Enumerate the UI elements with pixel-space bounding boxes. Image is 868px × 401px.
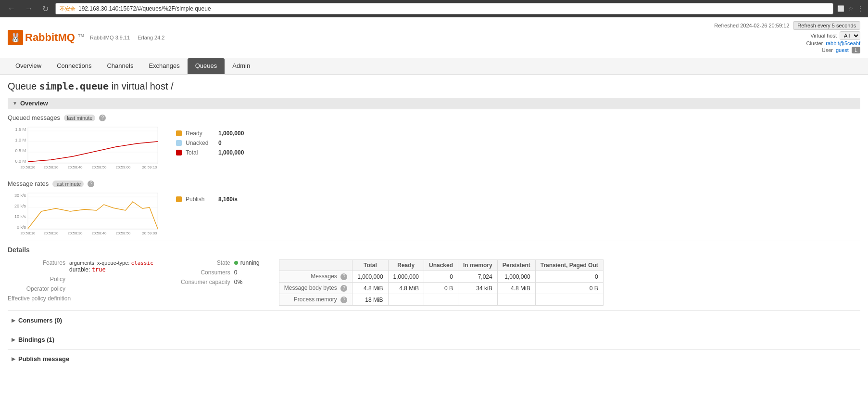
messages-total: 1,000,000	[352, 271, 388, 283]
consumers-arrow: ▶	[12, 318, 15, 323]
messages-unacked: 0	[424, 271, 458, 283]
address-bar[interactable]: 不安全 192.168.30.140:15672/#/queues/%2F/si…	[55, 3, 833, 14]
process-memory-row-label: Process memory ?	[279, 294, 352, 306]
process-memory-help-icon[interactable]: ?	[340, 297, 347, 303]
publish-message-section: ▶ Publish message	[8, 349, 860, 368]
menu-icon[interactable]: ⋮	[857, 5, 863, 12]
publish-message-section-header[interactable]: ▶ Publish message	[8, 353, 860, 364]
consumer-capacity-value: 0%	[234, 279, 242, 285]
total-legend-label: Total	[186, 149, 214, 156]
logo-tm: TM	[78, 33, 84, 38]
queued-messages-help-icon[interactable]: ?	[99, 115, 106, 121]
messages-row-label: Messages ?	[279, 271, 352, 283]
queued-messages-title: Queued messages	[8, 114, 60, 121]
cast-icon: ⬜	[837, 5, 844, 12]
message-rates-help-icon[interactable]: ?	[88, 181, 94, 187]
star-icon[interactable]: ☆	[848, 5, 854, 12]
browser-icons: ⬜ ☆ ⋮	[837, 5, 863, 12]
svg-text:1.0 M: 1.0 M	[15, 138, 26, 142]
virtual-host-select[interactable]: All	[840, 31, 860, 40]
body-bytes-row-label: Message body bytes ?	[279, 283, 352, 294]
page-content: Queue simple.queue in virtual host / ▼ O…	[0, 75, 868, 401]
consumers-section-label: Consumers (0)	[18, 317, 62, 324]
messages-table: Total Ready Unacked In memory Persistent…	[279, 259, 604, 306]
logo-text: RabbitMQ TM	[25, 31, 84, 44]
cluster-link[interactable]: rabbit@5ceabf	[826, 40, 860, 46]
bindings-section-label: Bindings (1)	[18, 336, 54, 343]
details-middle: State running Consumers 0 Consumer capac…	[173, 259, 260, 306]
state-text: running	[240, 259, 260, 266]
feature-durable: durable: true	[69, 266, 106, 273]
tab-admin[interactable]: Admin	[225, 58, 258, 74]
messages-ready: 1,000,000	[388, 271, 424, 283]
tab-queues[interactable]: Queues	[188, 58, 225, 74]
consumers-row: Consumers 0	[173, 269, 260, 276]
user-link[interactable]: guest	[836, 47, 849, 53]
logo-area: 🐰 RabbitMQ TM RabbitMQ 3.9.11 Erlang 24.…	[8, 30, 165, 45]
features-value: arguments: x-queue-type: classic durable…	[69, 259, 153, 273]
svg-text:20:58:50: 20:58:50	[115, 231, 131, 234]
refresh-button[interactable]: ↻	[39, 3, 51, 14]
consumer-capacity-row: Consumer capacity 0%	[173, 279, 260, 285]
svg-text:0.0 M: 0.0 M	[15, 159, 26, 164]
consumers-section-header[interactable]: ▶ Consumers (0)	[8, 315, 860, 326]
refresh-section: Refreshed 2024-02-26 20:59:12 Refresh ev…	[714, 21, 860, 30]
overview-section-header[interactable]: ▼ Overview	[8, 98, 860, 109]
forward-button[interactable]: →	[22, 3, 36, 14]
body-bytes-transient: 0 B	[535, 283, 603, 294]
publish-message-label: Publish message	[18, 355, 69, 362]
ready-legend-label: Ready	[186, 130, 214, 137]
title-prefix: Queue	[8, 81, 37, 91]
logout-button[interactable]: L	[852, 47, 860, 53]
queued-messages-svg: 1.5 M 1.0 M 0.5 M 0.0 M 20:58:20 20:58:3	[8, 125, 162, 168]
url-text: 192.168.30.140:15672/#/queues/%2F/simple…	[78, 5, 211, 12]
logo: 🐰 RabbitMQ TM	[8, 30, 84, 45]
message-rates-title: Message rates	[8, 180, 49, 187]
svg-text:0 k/s: 0 k/s	[17, 225, 26, 230]
tab-overview[interactable]: Overview	[8, 58, 49, 74]
state-running: running	[234, 259, 260, 266]
svg-rect-4	[28, 127, 158, 164]
app-header: 🐰 RabbitMQ TM RabbitMQ 3.9.11 Erlang 24.…	[0, 17, 868, 58]
svg-text:20:59:00: 20:59:00	[142, 231, 157, 234]
total-color-dot	[176, 150, 182, 155]
consumers-value: 0	[234, 269, 238, 276]
queued-messages-section: Queued messages last minute ? 1.5 M 1.0 …	[8, 109, 860, 175]
message-rates-time-badge[interactable]: last minute	[52, 181, 84, 187]
svg-text:30 k/s: 30 k/s	[14, 193, 26, 198]
svg-text:20:58:50: 20:58:50	[91, 165, 107, 168]
messages-help-icon[interactable]: ?	[340, 273, 347, 280]
message-rates-svg: 30 k/s 20 k/s 10 k/s 0 k/s 20:58:10 20:5…	[8, 191, 162, 234]
tab-exchanges[interactable]: Exchanges	[141, 58, 187, 74]
user-label: User	[822, 47, 833, 53]
table-row-body-bytes: Message body bytes ? 4.8 MiB 4.8 MiB 0 B…	[279, 283, 603, 294]
col-empty	[279, 260, 352, 271]
body-bytes-help-icon[interactable]: ?	[340, 285, 347, 292]
refresh-every-btn[interactable]: Refresh every 5 seconds	[793, 21, 860, 30]
svg-text:20:58:20: 20:58:20	[20, 165, 36, 168]
col-persistent: Persistent	[497, 260, 535, 271]
publish-legend-value: 8,160/s	[218, 196, 238, 203]
tab-channels[interactable]: Channels	[99, 58, 141, 74]
bindings-section-header[interactable]: ▶ Bindings (1)	[8, 334, 860, 345]
back-button[interactable]: ←	[5, 3, 18, 14]
legend-publish: Publish 8,160/s	[176, 196, 238, 203]
title-suffix: in virtual host /	[112, 81, 174, 91]
details-left: Features arguments: x-queue-type: classi…	[8, 259, 153, 306]
body-bytes-total: 4.8 MiB	[352, 283, 388, 294]
unacked-legend-value: 0	[218, 140, 222, 146]
bindings-section: ▶ Bindings (1)	[8, 330, 860, 349]
svg-text:20 k/s: 20 k/s	[14, 204, 26, 208]
state-dot	[234, 261, 238, 265]
message-rates-title-row: Message rates last minute ?	[8, 180, 860, 187]
virtual-host-label: Virtual host	[810, 33, 837, 39]
queue-name: simple.queue	[39, 80, 109, 92]
overview-label: Overview	[20, 100, 48, 107]
col-ready: Ready	[388, 260, 424, 271]
tab-connections[interactable]: Connections	[49, 58, 99, 74]
svg-text:20:58:10: 20:58:10	[20, 231, 36, 234]
queued-messages-time-badge[interactable]: last minute	[64, 115, 95, 121]
rabbitmq-version: RabbitMQ 3.9.11	[90, 35, 130, 40]
features-row: Features arguments: x-queue-type: classi…	[8, 259, 153, 273]
svg-text:20:58:20: 20:58:20	[43, 231, 59, 234]
